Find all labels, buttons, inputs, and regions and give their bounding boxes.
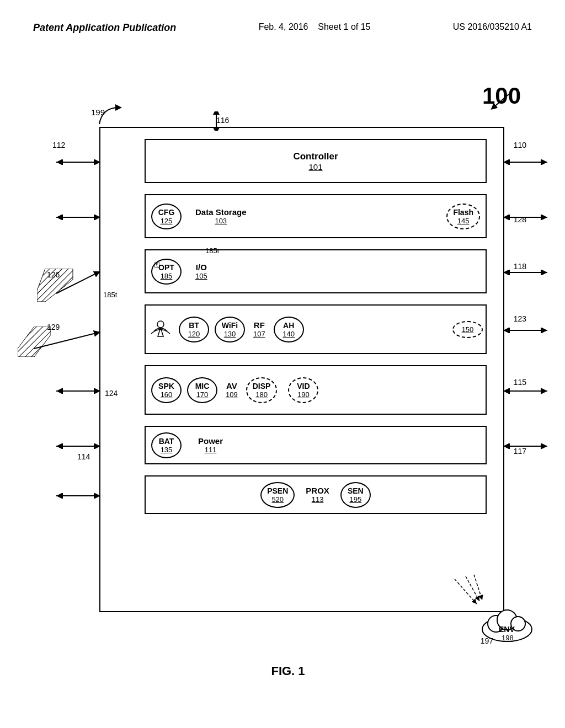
main-box: 116 Controller 101 bbox=[99, 127, 504, 612]
prox-num: 113 bbox=[312, 495, 324, 504]
row-controller: Controller 101 bbox=[145, 139, 487, 183]
comp-cfg: CFG 125 bbox=[151, 204, 182, 229]
svg-line-26 bbox=[466, 576, 479, 601]
label-123: 123 bbox=[514, 314, 526, 323]
label-128: 128 bbox=[514, 215, 526, 224]
label-115: 115 bbox=[514, 378, 526, 387]
controller-name: Controller bbox=[293, 151, 338, 162]
controller-num: 101 bbox=[308, 162, 322, 172]
svg-line-25 bbox=[455, 579, 477, 604]
mic-num: 170 bbox=[196, 390, 209, 399]
comp-vid: VID 190 bbox=[288, 377, 318, 403]
arrow-ds-left bbox=[56, 215, 100, 220]
label-112: 112 bbox=[52, 141, 65, 149]
comp-rf-dashed: 150 bbox=[452, 321, 483, 338]
page: Patent Application Publication Feb. 4, 2… bbox=[0, 0, 565, 728]
spk-num: 160 bbox=[161, 390, 173, 399]
psen-num: 520 bbox=[271, 495, 284, 504]
comp-sen: SEN 195 bbox=[340, 482, 371, 508]
psen-label: PSEN bbox=[267, 486, 288, 495]
power-center: Power 111 bbox=[198, 436, 223, 454]
comp-wifi: WiFi 130 bbox=[215, 317, 245, 342]
header-right: US 2016/035210 A1 bbox=[453, 22, 532, 32]
mic-label: MIC bbox=[195, 382, 210, 390]
label-124: 124 bbox=[105, 389, 118, 398]
io-name: I/O bbox=[196, 263, 207, 272]
svg-line-27 bbox=[474, 575, 482, 600]
prox-name: PROX bbox=[306, 486, 329, 495]
wifi-label: WiFi bbox=[222, 321, 238, 330]
label-110: 110 bbox=[514, 141, 526, 149]
comp-spk: SPK 160 bbox=[151, 377, 182, 403]
header: Patent Application Publication Feb. 4, 2… bbox=[33, 22, 532, 34]
datastorage-num: 103 bbox=[215, 217, 227, 225]
fig-label: FIG. 1 bbox=[271, 664, 305, 678]
sen-label: SEN bbox=[348, 486, 364, 495]
rf-center: RF 107 bbox=[253, 320, 265, 338]
label-116: 116 bbox=[216, 116, 229, 125]
rf-name: RF bbox=[254, 320, 265, 330]
power-num: 111 bbox=[205, 446, 217, 454]
label-114: 114 bbox=[77, 452, 90, 461]
opt-num: 185 bbox=[161, 272, 173, 280]
av-num: 109 bbox=[226, 390, 238, 399]
arrow-controller-h-right bbox=[503, 159, 547, 165]
header-date: Feb. 4, 2016 bbox=[259, 22, 308, 31]
label-126: 126 bbox=[47, 270, 60, 279]
disp-label: DISP bbox=[253, 382, 271, 390]
flash-num: 145 bbox=[457, 217, 470, 225]
row-prox: PSEN 520 PROX 113 SEN 195 bbox=[145, 475, 487, 514]
datastorage-center: Data Storage 103 bbox=[195, 207, 247, 225]
row-rf: BT 120 WiFi 130 RF 107 AH 140 150 bbox=[145, 304, 487, 354]
svg-point-10 bbox=[157, 321, 164, 328]
ah-label: AH bbox=[283, 321, 294, 330]
av-name: AV bbox=[226, 381, 237, 390]
arrow-controller-h bbox=[56, 159, 100, 165]
arrow-power-left bbox=[56, 443, 100, 449]
controller-label: Controller 101 bbox=[293, 151, 338, 172]
bat-num: 135 bbox=[161, 446, 173, 454]
rf-dashed-num: 150 bbox=[462, 325, 474, 334]
datastorage-name: Data Storage bbox=[195, 207, 247, 217]
antenna-icon bbox=[151, 320, 170, 339]
power-name: Power bbox=[198, 436, 223, 446]
comp-bat: BAT 135 bbox=[151, 432, 182, 458]
arrow-100-svg bbox=[482, 85, 515, 113]
row-av: SPK 160 MIC 170 AV 109 DISP 180 VID 19 bbox=[145, 365, 487, 415]
arrow-av-left bbox=[56, 388, 100, 394]
arrow-rf-right bbox=[503, 328, 547, 333]
comp-mic: MIC 170 bbox=[187, 377, 217, 403]
antenna-svg bbox=[151, 320, 170, 347]
cfg-label: CFG bbox=[158, 208, 175, 217]
diagram-area: 100 199 bbox=[44, 83, 532, 684]
row-io: ⚿ OPT 185 I/O 105 bbox=[145, 249, 487, 293]
wifi-num: 130 bbox=[224, 330, 236, 338]
row-power: BAT 135 Power 111 bbox=[145, 426, 487, 464]
header-left: Patent Application Publication bbox=[33, 22, 176, 34]
bat-label: BAT bbox=[159, 437, 174, 446]
comp-bt: BT 120 bbox=[179, 317, 209, 342]
label-118: 118 bbox=[514, 262, 526, 271]
spk-label: SPK bbox=[158, 382, 174, 390]
sen-num: 195 bbox=[349, 495, 361, 504]
comp-psen: PSEN 520 bbox=[260, 482, 295, 508]
prox-center: PROX 113 bbox=[306, 486, 329, 504]
header-center: Feb. 4, 2016 Sheet 1 of 15 bbox=[259, 22, 371, 32]
label-185t: 185t bbox=[103, 291, 117, 299]
disp-num: 180 bbox=[255, 390, 268, 399]
hatch-antenna bbox=[18, 326, 51, 357]
comp-flash: Flash 145 bbox=[446, 204, 480, 229]
svg-line-0 bbox=[493, 91, 513, 108]
label-185r: 185r bbox=[205, 247, 220, 255]
ah-num: 140 bbox=[282, 330, 295, 338]
cfg-num: 125 bbox=[161, 217, 173, 225]
comp-disp: DISP 180 bbox=[246, 377, 278, 403]
vid-num: 190 bbox=[297, 390, 310, 399]
opt-label: OPT bbox=[158, 263, 174, 272]
io-num: 105 bbox=[195, 272, 207, 280]
arrow-av-right bbox=[503, 388, 547, 394]
vid-label: VID bbox=[297, 382, 310, 390]
arrow-prox-left bbox=[56, 493, 100, 499]
comp-ah: AH 140 bbox=[274, 317, 304, 342]
label-117: 117 bbox=[514, 447, 526, 456]
